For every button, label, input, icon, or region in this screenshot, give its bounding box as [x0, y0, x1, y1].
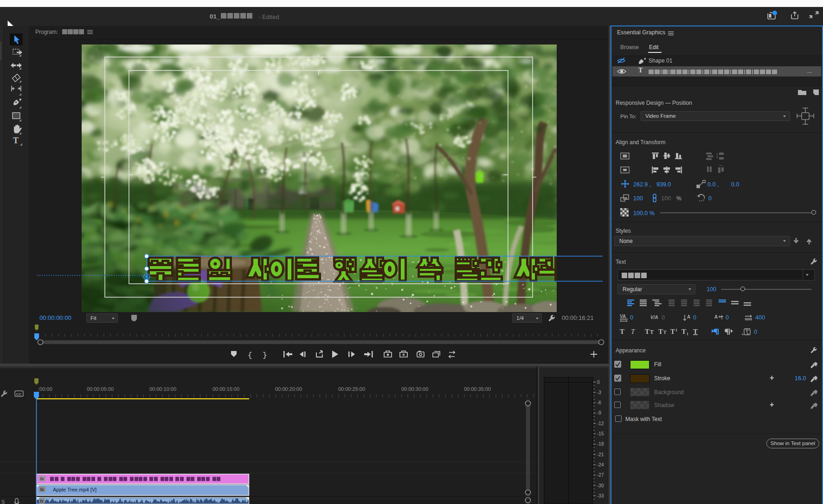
svg-text:-9: -9 — [597, 410, 601, 415]
svg-text:T: T — [13, 136, 19, 145]
svg-text:00:00:15:00: 00:00:15:00 — [212, 386, 239, 392]
svg-text:T: T — [645, 328, 649, 335]
svg-text:T: T — [620, 328, 624, 335]
svg-text:1: 1 — [675, 328, 677, 332]
svg-text:-15: -15 — [597, 431, 604, 436]
svg-text:00:00:10:00: 00:00:10:00 — [149, 386, 176, 392]
svg-text:VA: VA — [620, 314, 626, 319]
svg-text:T: T — [682, 328, 686, 335]
svg-text:0: 0 — [597, 380, 600, 385]
svg-text:00:00:05:00: 00:00:05:00 — [87, 386, 114, 392]
svg-text:-30: -30 — [597, 483, 604, 488]
svg-text:S: S — [1, 499, 5, 504]
svg-text:CC: CC — [16, 392, 22, 396]
svg-text:00:00:25:00: 00:00:25:00 — [338, 386, 365, 392]
svg-text:a: a — [719, 314, 721, 319]
svg-text:-33: -33 — [597, 493, 604, 498]
svg-text:T: T — [670, 328, 675, 335]
svg-text:-18: -18 — [597, 441, 604, 447]
svg-text:fx: fx — [40, 487, 45, 492]
svg-text:fx: fx — [40, 477, 45, 481]
svg-text:-6: -6 — [597, 400, 601, 405]
svg-text:T: T — [693, 328, 698, 335]
svg-text:A: A — [714, 314, 718, 319]
svg-text:{: { — [248, 351, 252, 360]
svg-text:Apple Tree.mp4 [V]: Apple Tree.mp4 [V] — [53, 487, 96, 492]
svg-text:00:00:35:00: 00:00:35:00 — [464, 386, 491, 392]
svg-text:T: T — [631, 328, 636, 335]
svg-text::00:00: :00:00 — [38, 386, 52, 392]
svg-text:00:00:20:00: 00:00:20:00 — [275, 386, 302, 392]
svg-text:1: 1 — [687, 332, 688, 336]
svg-text:T: T — [658, 328, 663, 335]
svg-text:T: T — [650, 329, 654, 335]
svg-text:T: T — [663, 330, 667, 335]
svg-text:V/A: V/A — [650, 315, 658, 320]
svg-text:-3: -3 — [597, 390, 601, 395]
svg-text:-12: -12 — [597, 421, 604, 426]
svg-text:A: A — [687, 314, 690, 319]
svg-text:-27: -27 — [597, 472, 604, 478]
svg-text:-21: -21 — [597, 452, 604, 457]
svg-text:fx: fx — [40, 499, 44, 504]
svg-text:00:00:30:00: 00:00:30:00 — [401, 386, 428, 392]
svg-text:-24: -24 — [597, 462, 604, 467]
svg-text:}: } — [263, 351, 267, 360]
